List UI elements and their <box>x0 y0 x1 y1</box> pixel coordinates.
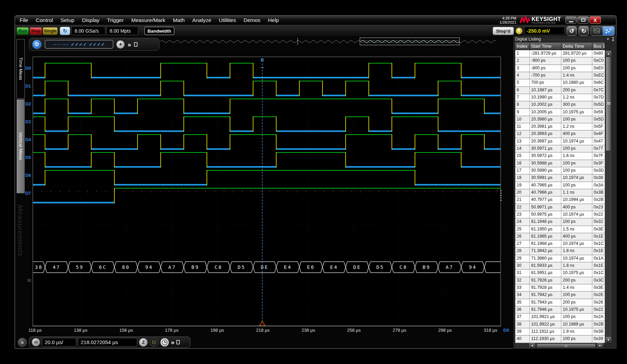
acquisition-status-button[interactable]: Stop'd <box>493 27 514 35</box>
menu-trigger[interactable]: Trigger <box>107 17 124 23</box>
channel-label-d4[interactable]: D4 <box>22 137 31 142</box>
table-row[interactable]: 1630.5988 µs100 ps0x3F <box>515 160 605 167</box>
waveform-display[interactable]: 3847596C8094A7B9C8D5DEE4E6E4DED5C8B9A794… <box>33 57 501 326</box>
table-row[interactable]: 3691.7946 µs10.1975 µs0x22 <box>515 306 605 314</box>
table-row[interactable]: 2971.3960 µs10.1974 µs0x1A <box>515 255 605 262</box>
column-header-start-time[interactable]: Start Time <box>530 43 561 50</box>
horizontal-button[interactable]: H <box>32 338 40 346</box>
scroll-right-icon[interactable]: ► <box>597 343 603 348</box>
table-row[interactable]: 3-800 ps100 ps0xE0 <box>515 65 605 72</box>
table-row[interactable]: 2461.1948 µs100 ps0x32 <box>515 218 605 226</box>
table-row[interactable]: 37101.9921 µs100 ps0x2A <box>515 314 605 321</box>
menu-help[interactable]: Help <box>268 17 279 23</box>
panel-dropdown-icon[interactable]: ▼ <box>606 37 609 41</box>
bandwidth-button[interactable]: Bandwidth <box>144 27 174 35</box>
table-row[interactable]: 2140.7977 µs10.1994 µs0x2B <box>515 196 605 204</box>
table-row[interactable]: 2661.1965 µs400 ps0x1E <box>515 233 605 240</box>
menu-analyze[interactable]: Analyze <box>192 17 211 23</box>
table-row[interactable]: 2250.9971 µs400 ps0x23 <box>515 204 605 211</box>
close-button[interactable]: X <box>590 16 601 24</box>
column-header-delta-time[interactable]: Delta Time <box>561 43 592 50</box>
channel-label-d1[interactable]: D1 <box>22 83 31 89</box>
scope-view-icon[interactable] <box>591 26 603 35</box>
menu-setup[interactable]: Setup <box>60 17 75 23</box>
table-row[interactable]: 3081.5933 µs1.8 ns0x1E <box>515 262 605 270</box>
menu-demos[interactable]: Demos <box>243 17 260 23</box>
horizontal-scrollbar-thumb[interactable]: ||| <box>537 343 596 348</box>
table-row[interactable]: 39112.1911 µs1.9 ns0x3B <box>515 328 605 335</box>
horizontal-scrollbar[interactable]: ◄ ||| ► <box>515 343 603 348</box>
stop-button[interactable]: Stop <box>30 27 42 35</box>
table-row[interactable]: 3181.5951 µs10.1975 µs0x1C <box>515 270 605 277</box>
menu-file[interactable]: File <box>20 17 28 23</box>
channel-enable-box[interactable]: ···· ···· ✓✓✓✓ ✓✓✓✓ <box>45 40 113 49</box>
table-row[interactable]: 1320.3997 µs10.1974 µs0x47 <box>515 138 605 145</box>
table-row[interactable]: 2561.1950 µs1.5 ns0x3E <box>515 226 605 233</box>
undo-button[interactable]: ↺ <box>566 26 577 36</box>
column-header-bus-1[interactable]: Bus 1 <box>592 43 605 50</box>
channel-label-d2[interactable]: D2 <box>22 101 31 106</box>
table-row[interactable]: 3391.7928 µs1.4 ns0x3E <box>515 284 605 292</box>
table-row[interactable]: 1940.7965 µs100 ps0x3A <box>515 182 605 189</box>
redo-button[interactable]: ↻ <box>579 26 589 36</box>
timebase-scale-field[interactable]: 20.0 µs/ <box>42 338 76 346</box>
table-row[interactable]: 610.1987 µs200 ps0x7C <box>515 87 605 94</box>
scroll-down-icon[interactable]: ▼ <box>606 337 611 342</box>
listing-table[interactable]: 1-281.9729 µs281.9720 µs0x802-900 ps100 … <box>515 50 605 343</box>
maximize-button[interactable] <box>578 16 589 24</box>
minimize-button[interactable] <box>565 16 577 24</box>
vertical-scrollbar-thumb[interactable] <box>606 57 611 151</box>
table-row[interactable]: 810.2002 µs300 ps0x5D <box>515 101 605 109</box>
trigger-source-icon[interactable]: T <box>516 27 522 34</box>
table-row[interactable]: 1830.5991 µs10.1974 µs0x38 <box>515 174 605 182</box>
table-row[interactable]: 910.2005 µs10.1975 µs0x59 <box>515 109 605 116</box>
table-row[interactable]: 1-281.9729 µs281.9720 µs0x80 <box>515 50 605 57</box>
clock-icon[interactable] <box>160 338 169 347</box>
pin-icon[interactable] <box>134 42 138 47</box>
sample-rate-field[interactable]: 8.00 GSa/s <box>72 27 105 35</box>
timebase-position-field[interactable]: 218.0272054 µs <box>78 338 137 346</box>
table-row[interactable]: 2040.7966 µs1.1 ns0x3B <box>515 189 605 196</box>
channel-label-d7[interactable]: D7 <box>22 191 31 196</box>
table-row[interactable]: 1430.5971 µs100 ps0x77 <box>515 145 605 152</box>
channel-label-d3[interactable]: D3 <box>22 119 31 124</box>
menu-measure-mark[interactable]: Measure/Mark <box>131 17 165 23</box>
add-channel-button[interactable]: + <box>116 40 125 49</box>
display-mode-toggle[interactable] <box>591 26 615 36</box>
table-row[interactable]: 1120.3981 µs1.2 ns0x5F <box>515 123 605 130</box>
panel-pin-icon[interactable] <box>612 37 615 42</box>
waveform-graticule[interactable]: 3847596C8094A7B9C8D5DEE4E6E4DED5C8B9A794… <box>33 57 501 326</box>
table-row[interactable]: 40112.1930 µs100 ps0x39 <box>515 335 605 343</box>
tab-vertical-meas[interactable]: Vertical Meas <box>16 99 25 193</box>
menu-utilities[interactable]: Utilities <box>219 17 236 23</box>
table-row[interactable]: 710.1990 µs1.2 ns0x7D <box>515 94 605 101</box>
table-row[interactable]: 1530.5972 µs1.6 ns0x7F <box>515 152 605 160</box>
acquisition-points-icon[interactable] <box>150 338 158 347</box>
splitter-handle[interactable] <box>500 190 502 201</box>
table-row[interactable]: 38101.9922 µs10.1989 µs0x2B <box>515 321 605 328</box>
table-row[interactable]: 5700 ps10.1980 µs0x6C <box>515 79 605 87</box>
run-button[interactable]: Run <box>16 27 29 35</box>
menu-display[interactable]: Display <box>82 17 99 23</box>
table-row[interactable]: 2871.3942 µs1.8 ns0x1E <box>515 248 605 255</box>
trigger-level-field[interactable]: -250.0 mV <box>524 27 565 35</box>
table-row[interactable]: 2761.1968 µs10.1974 µs0x1C <box>515 240 605 248</box>
table-row[interactable]: 1730.5990 µs100 ps0x3D <box>515 167 605 174</box>
touch-icon[interactable]: ↻ <box>60 27 70 35</box>
vertical-scrollbar[interactable]: ▲ ▼ <box>605 50 612 343</box>
zoom-button[interactable]: Z <box>139 338 148 347</box>
single-button[interactable]: Single <box>43 27 58 35</box>
table-row[interactable]: 2350.9975 µs10.1974 µs0x22 <box>515 211 605 218</box>
table-row[interactable]: 2-900 ps100 ps0xC0 <box>515 57 605 65</box>
table-row[interactable]: 3591.7943 µs200 ps0x26 <box>515 299 605 306</box>
column-header-index[interactable]: Index <box>515 43 530 50</box>
expand-controls-button[interactable]: » <box>18 338 27 347</box>
digital-button[interactable]: D <box>32 39 42 49</box>
scroll-left-icon[interactable]: ◄ <box>529 343 535 348</box>
waveform-tools-icon[interactable] <box>603 26 614 35</box>
table-row[interactable]: 1020.3980 µs100 ps0x5D <box>515 116 605 123</box>
acquisition-overview-bar[interactable] <box>160 37 496 45</box>
table-row[interactable]: 3291.7926 µs200 ps0x3C <box>515 277 605 284</box>
table-row[interactable]: 3491.7942 µs100 ps0x2E <box>515 292 605 299</box>
more-chevron-icon[interactable]: » <box>171 339 175 345</box>
